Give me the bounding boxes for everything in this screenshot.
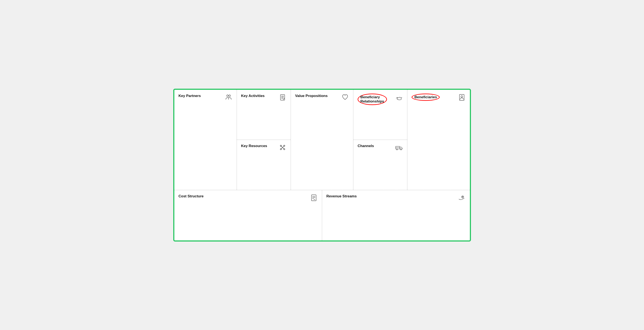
invoice-icon <box>310 194 318 203</box>
value-propositions-cell[interactable]: Value Propositions <box>291 90 353 190</box>
document-person-icon <box>458 94 466 103</box>
business-model-canvas: Key Partners Key Activities <box>173 89 471 241</box>
svg-point-18 <box>461 96 463 97</box>
revenue-streams-header: Revenue Streams <box>326 194 466 203</box>
key-partners-header: Key Partners <box>178 94 232 103</box>
handshake-icon <box>225 94 232 103</box>
svg-point-1 <box>229 95 230 97</box>
top-section: Key Partners Key Activities <box>174 90 470 190</box>
channels-header: Channels <box>358 144 403 153</box>
svg-point-14 <box>396 149 398 150</box>
beneficiaries-title: Beneficiaries <box>412 94 440 101</box>
delivery-icon <box>395 144 403 153</box>
key-resources-header: Key Resources <box>241 144 286 153</box>
heart-icon <box>341 94 349 103</box>
beneficiary-relationships-cell[interactable]: Beneficiary Relationships <box>353 90 407 140</box>
beneficiary-relationships-header: Beneficiary Relationships <box>358 94 403 105</box>
key-activities-cell[interactable]: Key Activities <box>237 90 291 140</box>
key-partners-cell[interactable]: Key Partners <box>174 90 237 190</box>
cost-structure-title: Cost Structure <box>178 194 204 199</box>
value-propositions-header: Value Propositions <box>295 94 349 103</box>
value-propositions-title: Value Propositions <box>295 94 328 98</box>
beneficiaries-header: Beneficiaries <box>412 94 466 103</box>
channels-cell[interactable]: Channels <box>353 140 407 190</box>
channels-title: Channels <box>358 144 374 148</box>
beneficiaries-cell[interactable]: Beneficiaries <box>407 90 470 190</box>
svg-rect-19 <box>312 195 316 201</box>
beneficiaries-highlight: Beneficiaries <box>412 94 440 101</box>
beneficiary-relationships-title: Beneficiary Relationships <box>358 94 387 105</box>
ben-rel-channels-column: Beneficiary Relationships <box>353 90 407 190</box>
svg-point-15 <box>400 149 402 150</box>
key-activities-resources-column: Key Activities Key Resources <box>237 90 291 190</box>
cost-structure-cell[interactable]: Cost Structure <box>174 190 322 240</box>
revenue-streams-title: Revenue Streams <box>326 194 357 199</box>
cost-structure-header: Cost Structure <box>178 194 318 203</box>
beneficiary-relationships-highlight: Beneficiary Relationships <box>358 94 387 105</box>
tools-icon <box>279 144 286 153</box>
key-resources-title: Key Resources <box>241 144 267 148</box>
revenue-streams-cell[interactable]: Revenue Streams <box>322 190 470 240</box>
key-partners-title: Key Partners <box>178 94 201 98</box>
bottom-section: Cost Structure Revenue Streams <box>174 190 470 240</box>
checklist-icon <box>279 94 286 103</box>
key-resources-cell[interactable]: Key Resources <box>237 140 291 190</box>
money-hand-icon <box>458 194 466 203</box>
key-activities-header: Key Activities <box>241 94 286 103</box>
svg-point-0 <box>227 95 228 97</box>
handshake-give-icon <box>395 94 403 103</box>
key-activities-title: Key Activities <box>241 94 265 98</box>
svg-rect-3 <box>280 95 285 100</box>
